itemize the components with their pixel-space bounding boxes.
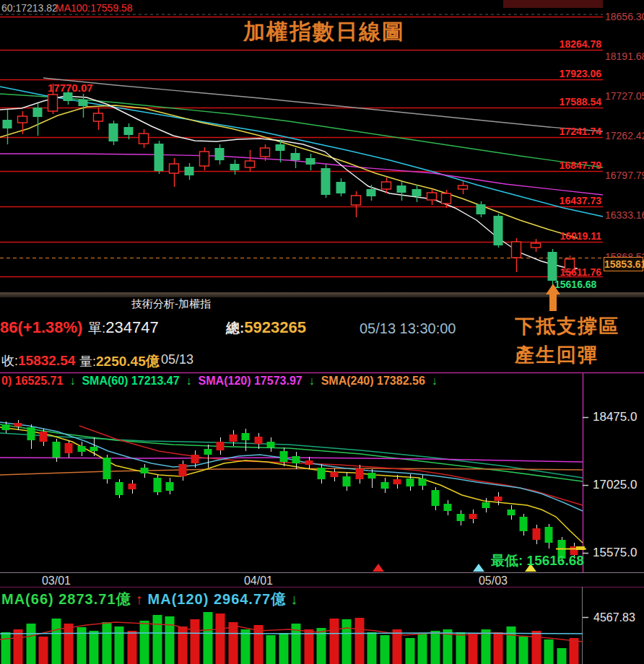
sma-item-2: SMA(60) 17213.47 xyxy=(82,375,179,387)
sma-indicator-row: 0) 16525.71↓SMA(60) 17213.47↓SMA(120) 17… xyxy=(1,375,444,388)
volume-ma-item-1: ↑ xyxy=(136,591,144,607)
x-axis-label-0: 03/01 xyxy=(31,575,82,587)
annotation-line2: 產生回彈 xyxy=(515,342,599,368)
sma-item-0: 0) 16525.71 xyxy=(1,375,63,387)
window-fragment xyxy=(503,0,603,8)
unit-label: 單: xyxy=(88,320,105,336)
bottom-axis-tick-2: 15575.0 xyxy=(593,546,637,560)
quote-panel-title: 技術分析-加權指 xyxy=(131,297,211,311)
sma-item-7: ↓ xyxy=(432,375,438,387)
close-label: 收: xyxy=(1,354,18,368)
unit-value: 234747 xyxy=(105,318,158,336)
volume-ma-item-2: MA(120) 2964.77億 xyxy=(148,591,287,607)
low-price-label: 15616.68 xyxy=(554,279,596,290)
turnover: 量:2250.45億 xyxy=(79,352,160,371)
support-arrow-stem xyxy=(549,294,557,311)
total-label: 總: xyxy=(226,320,244,336)
sma-item-4: SMA(120) 17573.97 xyxy=(199,375,303,387)
total-volume: 總:5923265 xyxy=(226,318,306,338)
volume-ma-item-3: ↓ xyxy=(290,591,298,607)
bottom-axis-tick-1: 17025.0 xyxy=(593,478,637,492)
level-label-1: 17923.06 xyxy=(536,68,601,79)
x-axis-label-2: 05/03 xyxy=(468,575,518,587)
session-low-label: 最低: 15616.68 xyxy=(491,551,584,570)
top-axis-tick-3: 17262.42 xyxy=(605,130,644,141)
change-percent: 86(+1.38%) xyxy=(0,318,82,337)
level-label-4: 16847.79 xyxy=(536,160,601,171)
sma-item-5: ↓ xyxy=(309,375,315,387)
volume-ma-row: MA(66) 2873.71億↑MA(120) 2964.77億↓ xyxy=(1,590,303,609)
level-label-6: 16019.11 xyxy=(536,230,601,242)
turnover-value: 2250.45億 xyxy=(96,354,160,369)
ma100-readout: MA100:17559.58 xyxy=(56,2,133,14)
top-axis-tick-1: 18191.68 xyxy=(605,51,644,62)
level-label-2: 17588.54 xyxy=(536,96,601,108)
support-price-label: 15611.76 xyxy=(536,266,601,278)
sma-item-1: ↓ xyxy=(69,375,75,387)
close-price: 收:15832.54 xyxy=(1,352,75,370)
chart-title: 加權指數日線圖 xyxy=(243,17,405,47)
turnover-label: 量: xyxy=(79,354,96,369)
x-axis-label-1: 04/01 xyxy=(233,575,284,587)
ma60-readout: 60:17213.82 xyxy=(1,2,58,14)
quote-datetime: 05/13 13:30:00 xyxy=(360,320,456,337)
close-value: 15832.54 xyxy=(18,353,75,368)
unit-volume: 單:234747 xyxy=(88,318,159,338)
volume-ma-item-0: MA(66) 2873.71億 xyxy=(1,591,131,607)
quote-date: 05/13 xyxy=(161,352,193,367)
bottom-axis-tick-0: 18475.0 xyxy=(593,410,637,424)
top-axis-tick-4: 16797.79 xyxy=(605,170,644,181)
top-axis-tick-0: 18656.30 xyxy=(605,11,644,22)
top-axis-tick-5: 16333.16 xyxy=(605,209,644,221)
annotation-line1: 下抵支撐區 xyxy=(515,313,619,339)
sma-item-3: ↓ xyxy=(186,375,192,387)
support-arrow-icon xyxy=(546,284,560,294)
top-axis-tick-2: 17727.05 xyxy=(605,90,644,102)
trading-app-window: 60:17213.82 MA100:17559.58 加權指數日線圖 17770… xyxy=(0,0,644,664)
level-label-3: 17241.74 xyxy=(536,126,601,137)
peak-price-label: 17770.07 xyxy=(48,82,93,94)
volume-axis-label: 4567.83 xyxy=(593,611,635,624)
current-price-box: 15853.61 xyxy=(604,257,643,271)
level-label-0: 18264.78 xyxy=(536,38,601,50)
sma-item-6: SMA(240) 17382.56 xyxy=(321,375,425,387)
total-value: 5923265 xyxy=(244,318,306,336)
level-label-5: 16437.73 xyxy=(536,195,601,206)
